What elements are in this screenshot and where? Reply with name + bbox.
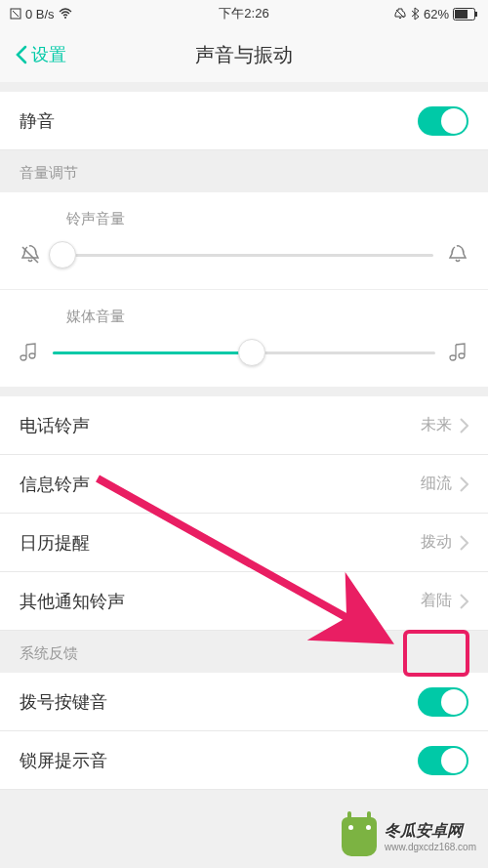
music-note-icon bbox=[449, 342, 468, 363]
mute-label: 静音 bbox=[20, 109, 55, 133]
no-sim-icon bbox=[10, 8, 21, 20]
separator bbox=[0, 387, 488, 396]
message-ringtone-value: 细流 bbox=[421, 474, 452, 494]
back-label: 设置 bbox=[31, 43, 66, 66]
watermark-title: 冬瓜安卓网 bbox=[385, 821, 476, 842]
dialpad-sound-row: 拨号按键音 bbox=[0, 673, 488, 731]
calendar-ringtone-label: 日历提醒 bbox=[20, 531, 90, 555]
battery-icon bbox=[453, 8, 478, 21]
phone-ringtone-label: 电话铃声 bbox=[20, 414, 90, 437]
svg-line-1 bbox=[13, 11, 19, 17]
separator bbox=[0, 82, 488, 92]
svg-rect-5 bbox=[455, 10, 468, 19]
message-ringtone-label: 信息铃声 bbox=[20, 473, 90, 496]
net-speed: 0 B/s bbox=[25, 7, 55, 21]
svg-rect-6 bbox=[475, 12, 477, 17]
android-mascot-icon bbox=[342, 817, 377, 856]
mute-row: 静音 bbox=[0, 92, 488, 150]
calendar-ringtone-row[interactable]: 日历提醒 拨动 bbox=[0, 514, 488, 572]
mute-toggle[interactable] bbox=[418, 106, 468, 136]
media-volume-label: 媒体音量 bbox=[66, 308, 468, 326]
ringtone-volume-section: 铃声音量 bbox=[0, 192, 488, 289]
wifi-icon bbox=[59, 8, 72, 20]
chevron-right-icon bbox=[460, 418, 468, 434]
lockscreen-sound-toggle[interactable] bbox=[418, 746, 468, 775]
calendar-ringtone-value: 拨动 bbox=[421, 532, 452, 553]
other-ringtone-label: 其他通知铃声 bbox=[20, 590, 125, 613]
chevron-left-icon bbox=[16, 45, 27, 64]
lockscreen-sound-label: 锁屏提示音 bbox=[20, 749, 107, 772]
status-time: 下午2:26 bbox=[219, 5, 268, 22]
status-bar: 0 B/s 下午2:26 62% bbox=[0, 0, 488, 27]
dnd-icon bbox=[394, 8, 406, 20]
volume-section-header: 音量调节 bbox=[0, 150, 488, 192]
dialpad-sound-label: 拨号按键音 bbox=[20, 690, 107, 714]
lockscreen-sound-row: 锁屏提示音 bbox=[0, 731, 488, 790]
message-ringtone-row[interactable]: 信息铃声 细流 bbox=[0, 455, 488, 514]
phone-ringtone-row[interactable]: 电话铃声 未来 bbox=[0, 396, 488, 455]
nav-bar: 设置 声音与振动 bbox=[0, 27, 488, 82]
chevron-right-icon bbox=[460, 594, 468, 609]
battery-pct: 62% bbox=[424, 7, 449, 21]
chevron-right-icon bbox=[460, 535, 468, 551]
bell-icon bbox=[447, 244, 468, 266]
media-volume-section: 媒体音量 bbox=[0, 289, 488, 387]
page-title: 声音与振动 bbox=[195, 42, 293, 68]
dialpad-sound-toggle[interactable] bbox=[418, 687, 468, 717]
music-note-icon bbox=[20, 342, 39, 363]
ringtone-volume-slider[interactable] bbox=[55, 254, 433, 257]
media-volume-slider[interactable] bbox=[53, 351, 435, 354]
watermark: 冬瓜安卓网 www.dgxcdz168.com bbox=[342, 817, 476, 856]
bluetooth-icon bbox=[410, 7, 420, 21]
chevron-right-icon bbox=[460, 476, 468, 492]
watermark-url: www.dgxcdz168.com bbox=[385, 842, 476, 852]
feedback-section-header: 系统反馈 bbox=[0, 631, 488, 673]
svg-point-2 bbox=[64, 17, 66, 19]
phone-ringtone-value: 未来 bbox=[421, 415, 452, 435]
other-ringtone-row[interactable]: 其他通知铃声 着陆 bbox=[0, 572, 488, 631]
back-button[interactable]: 设置 bbox=[16, 43, 66, 66]
other-ringtone-value: 着陆 bbox=[421, 591, 452, 611]
ringtone-volume-label: 铃声音量 bbox=[66, 210, 468, 228]
bell-off-icon bbox=[20, 244, 41, 266]
